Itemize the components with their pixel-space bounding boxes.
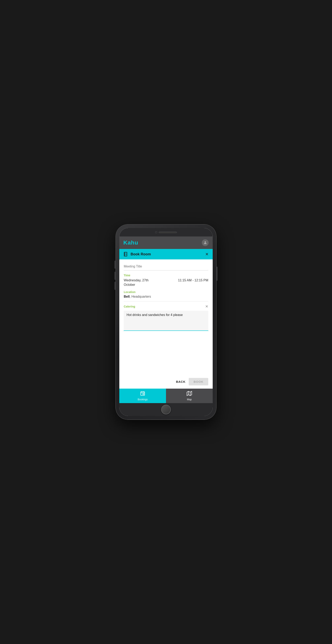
catering-textarea-wrap (124, 311, 208, 331)
map-label: Map (187, 398, 192, 401)
book-room-left: Book Room (123, 252, 151, 256)
time-range: 11:15 AM - 12:15 PM (178, 278, 208, 282)
catering-header: Catering ✕ (119, 302, 213, 309)
svg-point-4 (126, 254, 126, 254)
main-content: Time Wednesday, 27th October 11:15 AM - … (119, 260, 213, 388)
location-rest: , Headquarters (130, 295, 151, 298)
catering-textarea[interactable] (126, 313, 206, 327)
time-row: Wednesday, 27th October 11:15 AM - 12:15… (124, 278, 208, 287)
nav-bookings[interactable]: Bookings (119, 388, 166, 403)
book-button[interactable]: BOOK (189, 378, 208, 386)
phone-screen: Kahu Book Room ✕ (119, 228, 213, 416)
home-button[interactable] (161, 405, 171, 414)
meeting-title-input[interactable] (124, 263, 208, 270)
svg-rect-5 (141, 392, 145, 395)
phone-device: Kahu Book Room ✕ (116, 224, 216, 420)
door-icon (123, 252, 128, 256)
catering-close-icon[interactable]: ✕ (205, 304, 208, 309)
bookings-label: Bookings (138, 398, 148, 401)
home-button-area (119, 403, 213, 416)
time-section: Time Wednesday, 27th October 11:15 AM - … (119, 270, 213, 287)
action-row: BACK BOOK (119, 373, 213, 388)
catering-label: Catering (124, 305, 135, 308)
location-label: Location (124, 290, 208, 294)
camera-area (155, 231, 177, 233)
time-label: Time (124, 274, 208, 277)
book-room-title: Book Room (130, 252, 151, 256)
camera-dot (155, 231, 157, 233)
speaker-bar (159, 232, 177, 233)
app-header: Kahu (119, 236, 213, 249)
profile-icon[interactable] (202, 239, 209, 246)
svg-point-0 (205, 241, 206, 243)
location-text: Bell, Headquarters (124, 295, 208, 298)
book-room-bar: Book Room ✕ (119, 249, 213, 260)
bottom-nav: Bookings Map (119, 388, 213, 403)
svg-marker-12 (187, 391, 192, 396)
time-date: Wednesday, 27th October (124, 278, 148, 287)
app-logo: Kahu (123, 240, 138, 246)
close-bar-icon[interactable]: ✕ (205, 252, 209, 256)
status-bar (119, 228, 213, 236)
back-button[interactable]: BACK (176, 380, 186, 384)
location-section: Location Bell, Headquarters (119, 287, 213, 298)
meeting-title-section (119, 260, 213, 270)
bookings-icon (140, 391, 145, 397)
nav-map[interactable]: Map (166, 388, 213, 403)
location-bold: Bell (124, 295, 130, 298)
map-icon (187, 391, 192, 397)
